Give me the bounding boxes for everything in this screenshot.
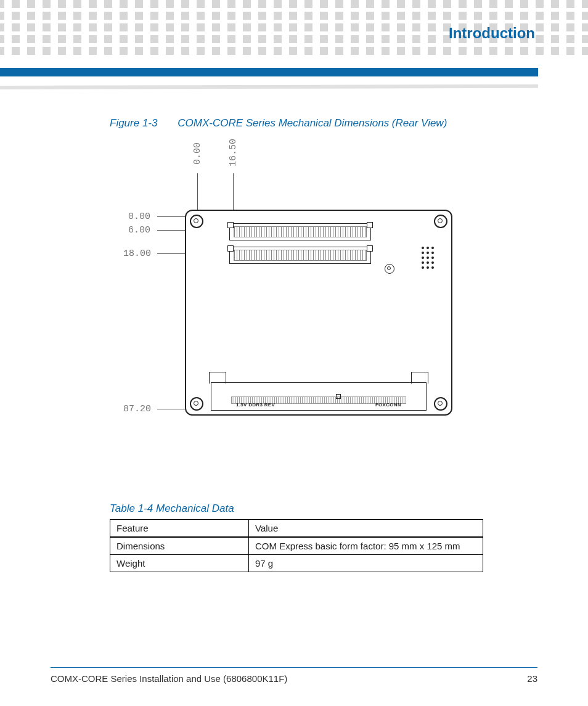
table-cell-feature: Weight <box>110 555 249 572</box>
table-cell-value: 97 g <box>249 555 483 572</box>
dim-left-6: 6.00 <box>128 225 150 236</box>
table-cell-value: COM Express basic form factor: 95 mm x 1… <box>249 537 483 555</box>
table-cell-feature: Dimensions <box>110 537 249 555</box>
mount-hole-icon <box>434 397 447 411</box>
slot-label-left: 1.5V DDR3 REV <box>236 402 275 408</box>
slot-label-right: FOXCONN <box>375 402 401 408</box>
table-row: Dimensions COM Express basic form factor… <box>110 537 483 555</box>
dim-extension-line <box>197 173 198 210</box>
header-band: Introduction <box>0 0 588 86</box>
dim-left-0: 0.00 <box>128 211 150 222</box>
mechanical-data-table: Feature Value Dimensions COM Express bas… <box>110 519 483 572</box>
sodimm-slot: 1.5V DDR3 REV FOXCONN <box>211 382 427 411</box>
mount-hole-icon <box>434 215 447 228</box>
board-connector-b <box>229 247 371 264</box>
dim-left-18: 18.00 <box>123 248 151 259</box>
table-header-row: Feature Value <box>110 520 483 538</box>
mount-hole-icon <box>190 397 203 411</box>
figure-caption: Figure 1-3 COMX-CORE Series Mechanical D… <box>110 117 447 129</box>
table-caption: Table 1-4 Mechanical Data <box>110 503 234 515</box>
dim-top-0: 0.00 <box>192 142 203 165</box>
standoff-icon <box>385 264 394 274</box>
footer-document-title: COMX-CORE Series Installation and Use (6… <box>51 673 287 684</box>
figure-title: COMX-CORE Series Mechanical Dimensions (… <box>178 117 447 129</box>
mount-hole-icon <box>190 215 203 228</box>
mechanical-drawing: 0.00 16.50 0.00 6.00 18.00 87.20 <box>123 139 468 459</box>
dim-top-16p5: 16.50 <box>228 139 239 166</box>
footer-page-number: 23 <box>527 673 537 684</box>
table-row: Weight 97 g <box>110 555 483 572</box>
header-pin-grid-icon <box>422 247 434 269</box>
footer-rule <box>51 667 537 668</box>
dim-left-87p2: 87.20 <box>123 404 151 414</box>
header-blue-bar <box>0 68 538 76</box>
table-header-feature: Feature <box>110 520 249 538</box>
figure-number: Figure 1-3 <box>110 117 157 129</box>
board-connector-a <box>229 223 371 240</box>
chapter-title: Introduction <box>449 25 535 42</box>
table-header-value: Value <box>249 520 483 538</box>
header-shadow-stripe <box>0 84 538 89</box>
pcb-outline: 1.5V DDR3 REV FOXCONN <box>185 210 452 416</box>
